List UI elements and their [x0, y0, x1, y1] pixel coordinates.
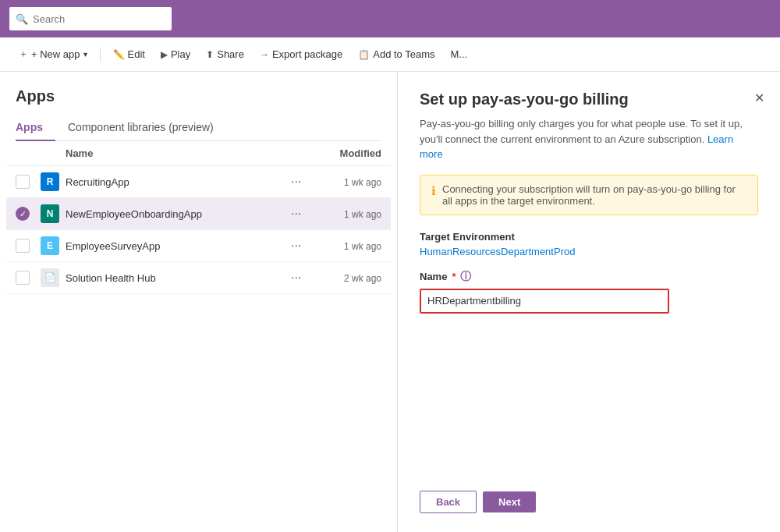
edit-button[interactable]: ✏️ Edit — [107, 45, 151, 63]
tab-apps[interactable]: Apps — [16, 115, 55, 141]
checkbox-3 — [16, 239, 30, 253]
share-icon: ⬆ — [206, 49, 214, 60]
target-env-label: Target Environment — [420, 231, 758, 243]
panel-footer: Back Next — [420, 472, 758, 513]
row-check-1 — [16, 175, 41, 189]
target-env-value: HumanResourcesDepartmentProd — [420, 246, 758, 257]
row-modified-2: 1 wk ago — [319, 207, 381, 220]
export-label: Export package — [272, 48, 342, 60]
more-label: M... — [451, 48, 468, 60]
row-name-4: Solution Health Hub — [66, 271, 288, 284]
new-app-label: + New app — [31, 48, 80, 60]
search-wrapper: 🔍 — [9, 7, 298, 30]
back-button[interactable]: Back — [420, 491, 477, 513]
row-actions-3[interactable]: ··· — [288, 239, 319, 253]
play-icon: ▶ — [161, 49, 168, 60]
table-row[interactable]: E EmployeeSurveyApp ··· 1 wk ago — [6, 230, 391, 262]
row-name-2: NewEmployeeOnboardingApp — [66, 207, 288, 220]
row-actions-1[interactable]: ··· — [288, 175, 319, 189]
table-row[interactable]: ✓ N NewEmployeeOnboardingApp ··· 1 wk ag… — [6, 198, 391, 230]
table-row[interactable]: R RecruitingApp ··· 1 wk ago — [6, 166, 391, 198]
left-panel-header: Apps Apps Component libraries (preview) — [0, 72, 397, 141]
search-input[interactable] — [9, 7, 172, 30]
close-button[interactable]: ✕ — [751, 87, 768, 108]
checkbox-4 — [16, 271, 30, 285]
row-check-2: ✓ — [16, 207, 41, 221]
separator-1 — [100, 47, 101, 62]
panel-description: Pay-as-you-go billing only charges you f… — [420, 116, 758, 162]
new-app-button[interactable]: ＋ + New app ▾ — [12, 44, 94, 64]
warning-banner: ℹ Connecting your subscription will turn… — [420, 175, 758, 215]
page-title: Apps — [16, 87, 381, 105]
row-name-1: RecruitingApp — [66, 176, 288, 188]
checkbox-1 — [16, 175, 30, 189]
app-icon-1: R — [41, 172, 59, 191]
main-content: Apps Apps Component libraries (preview) … — [0, 72, 780, 532]
topbar: 🔍 — [0, 0, 780, 37]
row-icon-3: E — [41, 236, 66, 255]
edit-icon: ✏️ — [113, 49, 125, 60]
row-modified-4: 2 wk ago — [319, 271, 381, 284]
row-check-3 — [16, 239, 41, 253]
more-options-2[interactable]: ··· — [288, 205, 304, 222]
more-options-3[interactable]: ··· — [288, 237, 304, 254]
tab-component-libraries[interactable]: Component libraries (preview) — [55, 115, 226, 141]
app-icon-2: N — [41, 204, 59, 223]
tabs-bar: Apps Component libraries (preview) — [16, 115, 381, 141]
play-button[interactable]: ▶ Play — [154, 45, 197, 63]
info-icon[interactable]: ⓘ — [460, 270, 471, 284]
apps-table: Name Modified R RecruitingApp ··· — [0, 141, 397, 532]
row-modified-1: 1 wk ago — [319, 176, 381, 188]
row-icon-2: N — [41, 204, 66, 223]
name-input-label: Name * ⓘ — [420, 270, 758, 284]
plus-icon: ＋ — [19, 48, 28, 61]
modified-header: Modified — [319, 147, 381, 159]
warning-icon: ℹ — [431, 184, 436, 198]
app-icon-4: 📄 — [41, 268, 59, 287]
share-label: Share — [217, 48, 244, 60]
required-indicator: * — [452, 271, 456, 282]
add-teams-button[interactable]: 📋 Add to Teams — [352, 45, 441, 63]
row-icon-1: R — [41, 172, 66, 191]
row-modified-3: 1 wk ago — [319, 239, 381, 252]
app-icon-3: E — [41, 236, 59, 255]
export-button[interactable]: → Export package — [254, 45, 349, 63]
warning-text: Connecting your subscription will turn o… — [442, 183, 746, 207]
row-name-3: EmployeeSurveyApp — [66, 239, 288, 252]
chevron-down-icon: ▾ — [83, 50, 87, 59]
more-button[interactable]: M... — [445, 45, 474, 63]
left-panel: Apps Apps Component libraries (preview) … — [0, 72, 398, 532]
row-icon-4: 📄 — [41, 268, 66, 287]
export-icon: → — [260, 49, 269, 60]
name-input[interactable] — [420, 289, 669, 314]
right-panel: ✕ Set up pay-as-you-go billing Pay-as-yo… — [398, 72, 780, 532]
row-actions-2[interactable]: ··· — [288, 207, 319, 221]
edit-label: Edit — [128, 48, 145, 60]
checkbox-selected-2: ✓ — [16, 207, 30, 221]
row-check-4 — [16, 271, 41, 285]
teams-icon: 📋 — [358, 49, 370, 60]
actionbar: ＋ + New app ▾ ✏️ Edit ▶ Play ⬆ Share → E… — [0, 37, 780, 72]
table-row[interactable]: 📄 Solution Health Hub ··· 2 wk ago — [6, 262, 391, 294]
target-env-section: Target Environment HumanResourcesDepartm… — [420, 231, 758, 257]
play-label: Play — [171, 48, 190, 60]
search-icon: 🔍 — [16, 13, 28, 25]
row-actions-4[interactable]: ··· — [288, 271, 319, 285]
table-header: Name Modified — [6, 141, 391, 166]
more-options-1[interactable]: ··· — [288, 173, 304, 190]
next-button[interactable]: Next — [483, 491, 536, 512]
add-teams-label: Add to Teams — [373, 48, 434, 60]
name-header: Name — [66, 147, 288, 159]
share-button[interactable]: ⬆ Share — [200, 45, 250, 63]
name-field-section: Name * ⓘ — [420, 270, 758, 314]
more-options-4[interactable]: ··· — [288, 269, 304, 286]
panel-title: Set up pay-as-you-go billing — [420, 90, 758, 108]
